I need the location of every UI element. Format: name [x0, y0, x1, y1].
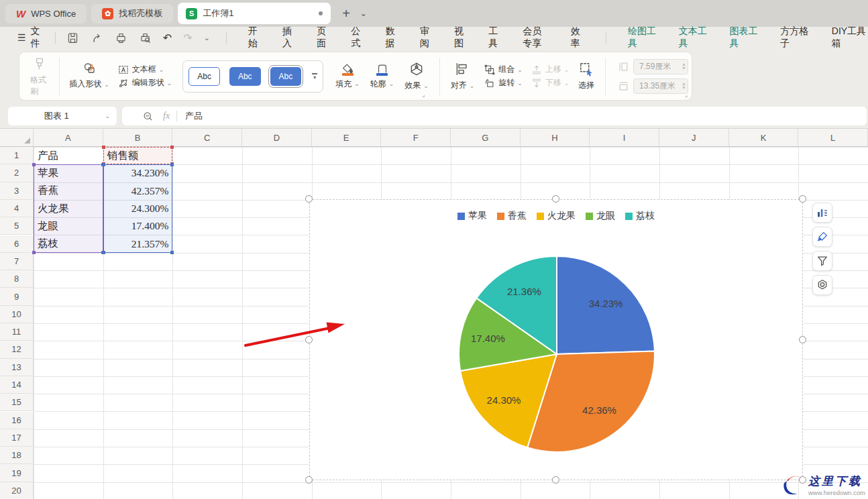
row-header[interactable]: 12	[0, 341, 34, 358]
row-header[interactable]: 5	[0, 217, 34, 235]
row-header[interactable]: 16	[0, 412, 34, 429]
hamburger-icon[interactable]: ☰	[17, 32, 26, 43]
column-header[interactable]: H	[521, 129, 590, 147]
legend-item[interactable]: 香蕉	[497, 210, 527, 222]
fill-button[interactable]: 填充⌄	[330, 63, 365, 90]
range-handle[interactable]	[102, 146, 105, 149]
chart-resize-handle[interactable]	[552, 476, 559, 484]
send-backward-button[interactable]: 下移⌄	[531, 77, 569, 89]
tab-list-chevron-icon[interactable]: ⌄	[360, 9, 367, 18]
text-box-button[interactable]: 文本框⌄	[117, 64, 172, 76]
legend-item[interactable]: 龙眼	[586, 210, 615, 222]
chart-resize-handle[interactable]	[305, 476, 313, 484]
align-button[interactable]: 对齐⌄	[445, 61, 480, 91]
style-sample-1[interactable]: Abc	[188, 67, 220, 86]
legend-item[interactable]: 苹果	[457, 210, 487, 222]
fx-icon[interactable]: fx	[163, 111, 170, 121]
column-header[interactable]: K	[729, 129, 799, 147]
row-header[interactable]: 7	[0, 253, 34, 270]
pie-chart[interactable]: 34.23%42.36%24.30%17.40%21.36%	[310, 200, 804, 481]
save-button[interactable]	[66, 32, 79, 44]
range-handle[interactable]	[170, 146, 174, 149]
cell[interactable]: 产品	[34, 147, 103, 164]
row-header[interactable]: 4	[0, 200, 34, 217]
group-expand-icon[interactable]: ⌟	[685, 91, 688, 98]
row-header[interactable]: 10	[0, 306, 34, 323]
undo-button[interactable]: ↶	[163, 32, 172, 44]
print-preview-button[interactable]	[139, 32, 152, 44]
shape-height-input[interactable]	[633, 59, 688, 74]
column-header[interactable]: I	[590, 129, 659, 147]
chart-resize-handle[interactable]	[552, 195, 559, 203]
chart-filter-button[interactable]	[812, 251, 832, 271]
row-header[interactable]: 6	[0, 235, 34, 253]
column-header[interactable]: B	[103, 129, 173, 147]
group-expand-icon[interactable]: ⌟	[422, 91, 425, 98]
row-header[interactable]: 18	[0, 447, 34, 464]
tab-docer-templates[interactable]: ✿ 找稻壳模板	[91, 4, 173, 23]
magnifier-icon[interactable]	[142, 111, 154, 122]
column-header[interactable]: G	[451, 129, 521, 147]
row-header[interactable]: 8	[0, 270, 34, 288]
width-spinner[interactable]: ▲▼	[682, 82, 686, 90]
row-header[interactable]: 3	[0, 182, 34, 200]
row-header[interactable]: 17	[0, 429, 34, 447]
row-header[interactable]: 2	[0, 164, 34, 182]
rotate-button[interactable]: 旋转⌄	[484, 77, 523, 89]
range-handle[interactable]	[102, 163, 105, 166]
qat-chevron-icon[interactable]: ⌄	[204, 34, 210, 42]
row-header[interactable]: 15	[0, 394, 34, 411]
row-header[interactable]: 20	[0, 482, 34, 499]
file-menu[interactable]: 文件	[31, 25, 47, 50]
range-handle[interactable]	[170, 251, 174, 254]
select-button[interactable]: 选择	[573, 61, 600, 91]
column-header[interactable]: A	[34, 129, 103, 147]
height-spinner[interactable]: ▲▼	[682, 62, 686, 70]
gallery-more-button[interactable]: ▼	[312, 73, 317, 78]
chart-resize-handle[interactable]	[305, 195, 313, 203]
row-header[interactable]: 14	[0, 376, 34, 394]
range-handle[interactable]	[32, 251, 36, 254]
legend-item[interactable]: 荔枝	[625, 210, 655, 222]
range-handle[interactable]	[102, 251, 105, 254]
name-box[interactable]: 图表 1 ⌄	[8, 107, 117, 125]
column-header[interactable]: C	[172, 129, 242, 147]
row-header[interactable]: 13	[0, 359, 34, 376]
column-header[interactable]: E	[312, 129, 382, 147]
formula-input[interactable]: fx 产品	[122, 107, 867, 125]
chart-resize-handle[interactable]	[799, 195, 806, 203]
chart-resize-handle[interactable]	[799, 336, 806, 343]
insert-shape-button[interactable]: 插入形状⌄	[69, 78, 109, 90]
legend-item[interactable]: 火龙果	[537, 210, 576, 222]
column-header[interactable]: F	[381, 129, 451, 147]
edit-shape-button[interactable]: 编辑形状⌄	[117, 77, 172, 89]
range-handle[interactable]	[32, 163, 36, 166]
chart-elements-button[interactable]	[812, 203, 832, 223]
bring-forward-button[interactable]: 上移⌄	[531, 64, 569, 76]
print-button[interactable]	[115, 32, 127, 44]
chart-settings-button[interactable]	[812, 275, 832, 295]
tab-wps-office[interactable]: W WPS Office	[5, 4, 87, 23]
style-sample-2[interactable]: Abc	[229, 67, 261, 86]
name-box-chevron-icon[interactable]: ⌄	[105, 113, 110, 119]
column-header[interactable]: J	[659, 129, 729, 147]
column-header[interactable]: D	[242, 129, 312, 147]
effect-button[interactable]: 效果⌄	[399, 61, 434, 91]
row-header[interactable]: 19	[0, 464, 34, 482]
pie-chart-object[interactable]: 34.23%42.36%24.30%17.40%21.36% 苹果香蕉火龙果龙眼…	[309, 199, 803, 480]
group-button[interactable]: 组合⌄	[484, 64, 523, 76]
select-all-corner[interactable]	[0, 129, 34, 147]
row-header[interactable]: 9	[0, 288, 34, 305]
chart-style-button[interactable]	[812, 227, 832, 247]
row-header[interactable]: 11	[0, 323, 34, 341]
outline-button[interactable]: 轮廓⌄	[365, 63, 400, 90]
shape-width-input[interactable]	[633, 78, 688, 94]
column-header[interactable]: L	[798, 129, 868, 147]
chart-resize-handle[interactable]	[305, 336, 313, 343]
redo-button[interactable]: ↷	[183, 32, 192, 44]
new-tab-button[interactable]: +	[342, 6, 350, 21]
row-header[interactable]: 1	[0, 147, 34, 164]
export-button[interactable]	[91, 32, 103, 44]
style-sample-3[interactable]: Abc	[270, 67, 302, 86]
range-handle[interactable]	[170, 163, 174, 166]
